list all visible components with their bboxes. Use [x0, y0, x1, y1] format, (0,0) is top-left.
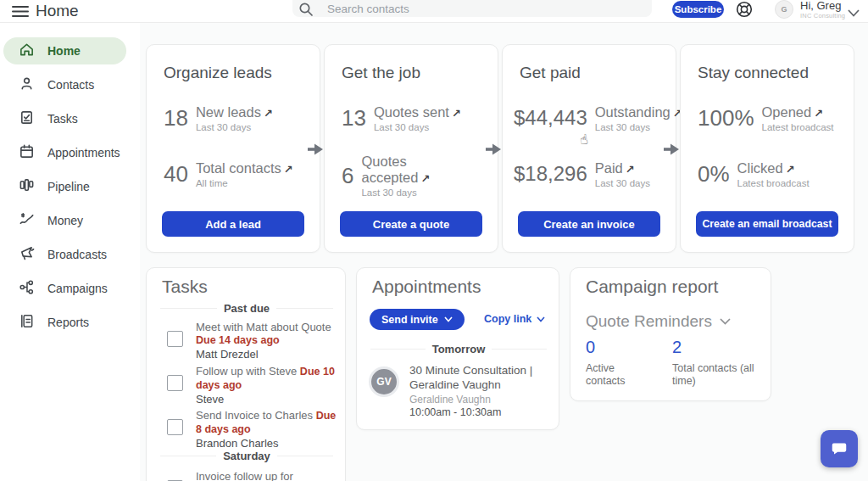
metric-sublabel: Latest broadcast — [762, 122, 834, 132]
stat-value[interactable]: 2 — [672, 338, 767, 357]
appointments-icon — [19, 143, 35, 162]
tasks-card: Tasks Past due Meet with Matt about Quot… — [146, 267, 346, 481]
sidebar-item-pipeline[interactable]: Pipeline — [3, 173, 126, 200]
chevron-down-icon — [720, 318, 731, 325]
sidebar-item-label: Broadcasts — [47, 248, 107, 261]
top-header: Home Subscribe G Hi, Greg INC Consulting — [0, 0, 868, 23]
metric-value: $18,296 — [514, 162, 587, 186]
sidebar-item-contacts[interactable]: Contacts — [3, 71, 126, 98]
sidebar-item-reports[interactable]: Reports — [3, 309, 126, 336]
arrow-right-icon — [663, 143, 680, 155]
organize-leads-card: Organize leads 18 New leads↗Last 30 days… — [146, 44, 320, 253]
user-avatar[interactable]: G — [775, 0, 793, 19]
appointment-title[interactable]: 30 Minute Consultation | Geraldine Vaugh… — [409, 363, 552, 392]
task-item: Meet with Matt about Quote Due 14 days a… — [147, 321, 337, 361]
metric-sublabel: Last 30 days — [595, 178, 650, 188]
task-contact[interactable]: Matt Drezdel — [196, 348, 340, 361]
task-title[interactable]: Invoice follow up for — [196, 470, 293, 481]
metric-label[interactable]: Paid↗ — [595, 160, 650, 177]
company-name: INC Consulting — [800, 12, 845, 20]
external-link-icon: ↗ — [786, 163, 795, 176]
task-group-divider: Saturday — [160, 450, 333, 462]
card-title: Organize leads — [164, 64, 272, 82]
external-link-icon: ↗ — [452, 107, 461, 120]
help-icon[interactable] — [735, 0, 754, 19]
task-checkbox[interactable] — [167, 419, 183, 435]
account-chevron-down-icon[interactable] — [848, 5, 860, 13]
chat-bubble-icon — [830, 439, 849, 458]
metric-value: 0% — [698, 161, 730, 187]
task-checkbox[interactable] — [167, 331, 183, 347]
sidebar-item-campaigns[interactable]: Campaigns — [3, 275, 126, 302]
card-title: Get paid — [520, 64, 581, 82]
campaign-report-card: Campaign report Quote Reminders 0 Active… — [570, 267, 771, 401]
sidebar-item-money[interactable]: Money — [3, 207, 126, 234]
broadcasts-icon — [19, 245, 35, 264]
stay-connected-card: Stay connected 100% Opened↗Latest broadc… — [680, 44, 854, 253]
metric-label[interactable]: Outstanding↗ — [595, 104, 682, 121]
metric-paid: $18,296 Paid↗Last 30 days — [514, 154, 650, 194]
sidebar-item-tasks[interactable]: Tasks — [3, 105, 126, 132]
get-paid-card: Get paid $44,443 Outstanding↗Last 30 day… — [502, 44, 676, 253]
task-group-divider: Past due — [160, 302, 333, 315]
sidebar-item-label: Pipeline — [47, 180, 90, 193]
stat-label: Total contacts (all time) — [672, 362, 767, 388]
campaign-selector-dropdown[interactable]: Quote Reminders — [586, 312, 731, 331]
task-checkbox[interactable] — [167, 375, 183, 391]
add-lead-button[interactable]: Add a lead — [162, 211, 304, 237]
task-contact[interactable]: Steve — [196, 393, 340, 405]
get-the-job-card: Get the job 13 Quotes sent↗Last 30 days … — [324, 44, 498, 253]
task-title[interactable]: Follow up with Steve — [196, 365, 297, 378]
create-quote-button[interactable]: Create a quote — [340, 211, 482, 237]
metric-label[interactable]: Total contacts↗ — [196, 160, 293, 177]
send-invite-button[interactable]: Send invite — [370, 309, 465, 330]
sidebar-item-label: Money — [47, 214, 83, 227]
metric-label[interactable]: Quotes accepted↗ — [361, 154, 437, 187]
metric-label[interactable]: Clicked↗ — [737, 160, 810, 177]
subscribe-button[interactable]: Subscribe — [672, 1, 724, 18]
metric-label[interactable]: New leads↗ — [196, 104, 273, 121]
search-icon — [298, 2, 314, 17]
metric-sublabel: Last 30 days — [374, 122, 461, 132]
sidebar-item-broadcasts[interactable]: Broadcasts — [3, 241, 126, 268]
stat-value[interactable]: 0 — [586, 338, 637, 357]
campaign-stat-active: 0 Active contacts — [586, 338, 637, 388]
metric-sublabel: All time — [196, 178, 293, 188]
metric-value: 6 — [342, 163, 353, 189]
chat-button[interactable] — [821, 430, 858, 467]
metric-quotes-sent: 13 Quotes sent↗Last 30 days — [342, 98, 461, 138]
create-invoice-button[interactable]: Create an invoice — [518, 211, 660, 237]
metric-label[interactable]: Opened↗ — [762, 104, 834, 121]
metric-value: 18 — [164, 105, 188, 131]
metric-label[interactable]: Quotes sent↗ — [374, 104, 461, 121]
task-title[interactable]: Send Invoice to Charles — [196, 409, 313, 422]
appointments-day-divider: Tomorrow — [370, 343, 547, 355]
create-email-broadcast-button[interactable]: Create an email broadcast — [696, 211, 838, 237]
appointment-item[interactable]: GV 30 Minute Consultation | Geraldine Va… — [369, 363, 552, 418]
external-link-icon: ↗ — [420, 172, 430, 185]
stat-label: Active contacts — [586, 362, 637, 388]
sidebar-item-label: Campaigns — [47, 282, 108, 295]
pipeline-icon — [19, 177, 35, 196]
campaigns-icon — [19, 279, 35, 298]
task-title[interactable]: Meet with Matt about Quote — [196, 321, 331, 333]
tasks-icon — [19, 109, 35, 128]
metric-sublabel: Last 30 days — [196, 122, 273, 132]
metric-quotes-accepted: 6 Quotes accepted↗Last 30 days — [342, 154, 437, 198]
account-menu[interactable]: Hi, Greg INC Consulting — [800, 0, 845, 20]
metric-sublabel: Latest broadcast — [737, 178, 810, 188]
copy-link-button[interactable]: Copy link — [484, 313, 545, 325]
hamburger-menu-icon[interactable] — [12, 5, 29, 18]
chevron-down-icon — [444, 316, 453, 322]
sidebar-item-appointments[interactable]: Appointments — [3, 139, 126, 166]
sidebar-item-home[interactable]: Home — [3, 37, 126, 64]
sidebar-item-label: Home — [47, 44, 81, 58]
external-link-icon: ↗ — [264, 107, 273, 120]
external-link-icon: ↗ — [814, 107, 823, 120]
task-item: Invoice follow up for — [147, 470, 337, 481]
appointments-card-title: Appointments — [372, 277, 481, 297]
task-item: Follow up with Steve Due 10 days ago Ste… — [147, 365, 337, 405]
task-contact[interactable]: Brandon Charles — [196, 437, 340, 450]
search-input[interactable] — [327, 0, 581, 18]
sidebar-nav: Home Contacts Tasks Appointments Pipelin… — [0, 23, 140, 481]
